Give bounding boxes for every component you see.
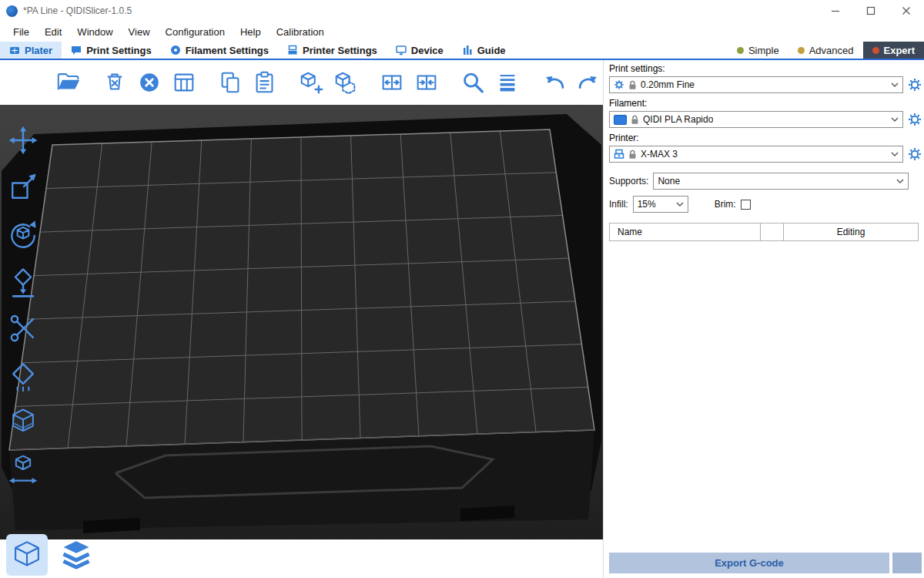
export-options-button[interactable] — [892, 553, 922, 573]
split-parts-icon — [413, 69, 440, 96]
close-icon — [902, 6, 911, 15]
expert-mode-dot — [872, 47, 879, 54]
move-tool-button[interactable] — [5, 122, 42, 159]
scale-tool-button[interactable] — [5, 169, 42, 206]
minimize-button[interactable] — [818, 0, 853, 22]
rotate-tool-button[interactable] — [5, 216, 42, 253]
rotate-icon — [6, 217, 40, 251]
menu-configuration[interactable]: Configuration — [158, 22, 233, 42]
close-button[interactable] — [889, 0, 924, 22]
gizmo-toolbar — [5, 122, 42, 488]
menu-help[interactable]: Help — [233, 22, 269, 42]
scene-3d-bed[interactable] — [0, 105, 603, 539]
tab-label: Device — [411, 45, 444, 56]
tab-label: Filament Settings — [186, 45, 269, 56]
open-folder-icon — [55, 69, 82, 96]
maximize-icon — [866, 6, 875, 15]
object-list[interactable] — [609, 241, 919, 534]
mode-label: Expert — [884, 45, 915, 56]
maximize-button[interactable] — [853, 0, 889, 22]
chevron-down-icon — [673, 202, 684, 207]
undo-button[interactable] — [540, 68, 569, 97]
chevron-down-icon — [888, 152, 899, 156]
brim-checkbox[interactable] — [741, 200, 751, 210]
cut-tool-button[interactable] — [5, 310, 42, 347]
lock-icon — [628, 80, 637, 90]
mode-label: Advanced — [809, 45, 854, 56]
split-to-objects-button[interactable] — [378, 68, 407, 97]
infill-combo[interactable]: 15% — [633, 196, 688, 213]
printer-combo[interactable]: X-MAX 3 — [609, 146, 903, 163]
tab-plater[interactable]: Plater — [0, 42, 62, 59]
column-icon[interactable] — [761, 223, 784, 240]
supports-label: Supports: — [609, 176, 648, 187]
lock-icon — [631, 115, 639, 125]
menu-calibration[interactable]: Calibration — [269, 22, 332, 42]
cut-scissors-icon — [6, 311, 40, 345]
printer-label: Printer: — [609, 133, 922, 143]
filament-label: Filament: — [609, 98, 922, 109]
menu-edit[interactable]: Edit — [37, 22, 69, 42]
editor-view-button[interactable] — [6, 534, 48, 576]
open-button[interactable] — [54, 68, 83, 97]
export-gcode-button[interactable]: Export G-code — [609, 553, 889, 573]
menu-view[interactable]: View — [121, 22, 158, 42]
advanced-mode-dot — [798, 47, 805, 54]
measure-tool-button[interactable] — [5, 404, 42, 441]
mode-advanced[interactable]: Advanced — [788, 42, 863, 59]
filament-settings-icon — [170, 45, 181, 55]
menu-window[interactable]: Window — [69, 22, 120, 42]
delete-all-icon — [136, 69, 162, 96]
printer-gear-button[interactable] — [907, 146, 922, 162]
move-icon — [6, 123, 40, 157]
print-profile-gear-icon — [614, 79, 624, 90]
tab-device[interactable]: Device — [387, 42, 453, 59]
guide-icon — [462, 45, 473, 55]
brim-label: Brim: — [715, 199, 736, 210]
lock-icon — [628, 150, 637, 160]
add-instance-icon — [298, 69, 324, 96]
simple-mode-dot — [737, 47, 744, 54]
undo-icon — [541, 69, 567, 96]
remove-instance-button[interactable] — [331, 68, 360, 97]
filament-gear-button[interactable] — [907, 112, 922, 127]
column-name[interactable]: Name — [610, 223, 761, 240]
tab-print-settings[interactable]: Print Settings — [62, 42, 161, 59]
mode-expert[interactable]: Expert — [863, 42, 924, 59]
print-settings-gear-button[interactable] — [907, 77, 922, 92]
menu-file[interactable]: File — [5, 22, 37, 42]
print-settings-label: Print settings: — [609, 63, 922, 74]
search-button[interactable] — [459, 68, 488, 97]
column-editing[interactable]: Editing — [784, 223, 918, 240]
printer-icon — [614, 149, 624, 160]
split-objects-icon — [379, 69, 405, 96]
tab-printer-settings[interactable]: Printer Settings — [278, 42, 387, 59]
remove-instance-icon — [333, 69, 359, 96]
paste-button[interactable] — [250, 68, 280, 97]
split-to-parts-button[interactable] — [412, 68, 441, 97]
arrange-button[interactable] — [169, 68, 199, 97]
redo-button[interactable] — [574, 68, 603, 97]
mode-simple[interactable]: Simple — [728, 42, 788, 59]
tabbar: Plater Print Settings Filament Settings … — [0, 42, 924, 60]
viewport-3d[interactable] — [0, 60, 603, 578]
tab-filament-settings[interactable]: Filament Settings — [161, 42, 278, 59]
copy-button[interactable] — [216, 68, 245, 97]
delete-all-button[interactable] — [135, 68, 164, 97]
seam-tool-button[interactable] — [5, 357, 42, 394]
add-instance-button[interactable] — [296, 68, 326, 97]
mirror-tool-button[interactable] — [5, 451, 42, 488]
tab-guide[interactable]: Guide — [453, 42, 515, 59]
print-settings-combo[interactable]: 0.20mm Fine — [609, 76, 903, 93]
right-panel: Print settings: 0.20mm Fine Filament: QI… — [603, 60, 924, 578]
filament-value: QIDI PLA Rapido — [643, 114, 713, 125]
place-on-face-tool-button[interactable] — [5, 263, 42, 300]
delete-button[interactable] — [101, 68, 130, 97]
copy-icon — [217, 69, 243, 96]
supports-combo[interactable]: None — [653, 173, 909, 190]
filament-combo[interactable]: QIDI PLA Rapido — [609, 111, 903, 128]
preview-view-button[interactable] — [55, 534, 97, 576]
variable-layer-height-button[interactable] — [493, 68, 522, 97]
measure-cube-icon — [6, 405, 40, 439]
search-icon — [460, 69, 486, 96]
